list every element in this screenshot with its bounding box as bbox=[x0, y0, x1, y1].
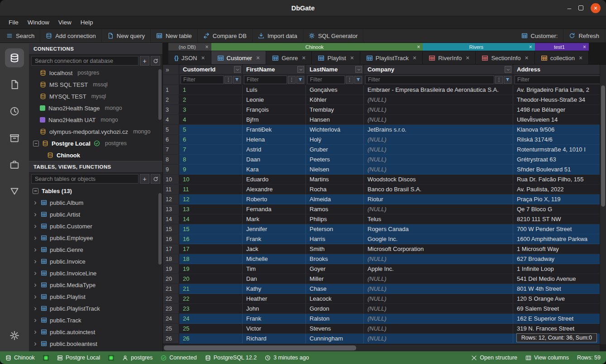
chevron-right-icon[interactable]: › bbox=[33, 234, 38, 241]
grid-cell[interactable]: (NULL) bbox=[364, 105, 513, 115]
grid-cell[interactable]: 26 bbox=[179, 334, 243, 344]
grid-cell[interactable]: Goyer bbox=[306, 264, 364, 274]
connection-nano2health-uat[interactable]: Nano2Health UAT mongo bbox=[29, 114, 162, 126]
grid-cell[interactable]: Microsoft Corporation bbox=[364, 244, 513, 254]
grid-cell[interactable]: Klanova 9/506 bbox=[513, 125, 606, 135]
chevron-right-icon[interactable]: › bbox=[33, 317, 38, 324]
grid-cell[interactable]: 1 bbox=[179, 85, 243, 95]
toolbar-refresh[interactable]: Refresh bbox=[563, 29, 605, 43]
grid-cell[interactable]: Köhler bbox=[306, 95, 364, 105]
table-item-public-playlisttrack[interactable]: › public.PlaylistTrack bbox=[29, 303, 162, 314]
grid-cell[interactable]: Gruber bbox=[306, 145, 364, 155]
grid-cell[interactable]: Gordon bbox=[306, 304, 364, 314]
column-menu-button[interactable] bbox=[234, 66, 241, 73]
grid-cell[interactable]: 1 Microsoft Way bbox=[513, 244, 606, 254]
chevron-right-icon[interactable]: › bbox=[33, 269, 38, 277]
row-number[interactable]: 19 bbox=[163, 264, 179, 274]
status-postgre-local[interactable]: Postgre Local bbox=[57, 355, 100, 361]
grid-cell[interactable]: 17 bbox=[179, 244, 243, 254]
close-button[interactable]: × bbox=[591, 3, 601, 13]
grid-cell[interactable]: 3 bbox=[179, 105, 243, 115]
status-chinook[interactable]: Chinook bbox=[5, 355, 35, 361]
grid-cell[interactable]: Brooks bbox=[306, 254, 364, 264]
toolbar-import-data[interactable]: Import data bbox=[253, 29, 303, 43]
tab-group-label-no-db[interactable]: (no DB) × bbox=[168, 43, 211, 51]
grid-cell[interactable]: Stevens bbox=[306, 324, 364, 334]
connection-ms-sql-test[interactable]: MS SQL TEST mssql bbox=[29, 79, 162, 90]
grid-cell[interactable]: (NULL) bbox=[364, 165, 513, 175]
filter-input-address[interactable] bbox=[515, 76, 603, 84]
tab-group-label-test1[interactable]: test1 × bbox=[535, 43, 589, 51]
maximize-button[interactable] bbox=[578, 5, 583, 10]
table-item-public-playlist[interactable]: › public.Playlist bbox=[29, 291, 162, 303]
connection-olympus-medportal-vychozi-cz[interactable]: olympus-medportal.vychozi.cz mongo bbox=[29, 126, 162, 137]
tables-search-input[interactable] bbox=[31, 174, 138, 184]
grid-cell[interactable]: Google Inc. bbox=[364, 234, 513, 244]
close-icon[interactable]: × bbox=[350, 54, 354, 61]
grid-cell[interactable]: Grétrystraat 63 bbox=[513, 155, 606, 165]
grid-cell[interactable]: (NULL) bbox=[364, 204, 513, 214]
grid-cell[interactable]: Tim bbox=[243, 264, 306, 274]
grid-cell[interactable]: Rotenturmstraße 4, 1010 I bbox=[513, 145, 606, 155]
grid-cell[interactable]: Helena bbox=[243, 135, 306, 145]
tab-playlisttrack[interactable]: PlaylistTrack × bbox=[360, 51, 423, 65]
grid-cell[interactable]: Bjřrn bbox=[243, 115, 306, 125]
rail-files[interactable] bbox=[5, 75, 24, 94]
tab-sectioninfo[interactable]: SectionInfo × bbox=[476, 51, 534, 65]
grid-cell[interactable]: Almeida bbox=[306, 194, 364, 204]
rail-plugins[interactable] bbox=[5, 155, 24, 174]
grid-cell[interactable]: Rilská 3174/6 bbox=[513, 135, 606, 145]
row-number[interactable]: 1 bbox=[163, 85, 179, 95]
column-menu-button[interactable] bbox=[505, 66, 511, 73]
row-number[interactable]: 12 bbox=[163, 194, 179, 204]
grid-cell[interactable]: Chase bbox=[306, 284, 364, 294]
status-view-columns[interactable]: View columns bbox=[525, 355, 569, 361]
grid-cell[interactable]: 700 W Pender Street bbox=[513, 224, 606, 234]
grid-cell[interactable]: 1600 Amphitheatre Parkwa bbox=[513, 234, 606, 244]
grid-cell[interactable]: Martins bbox=[306, 175, 364, 184]
table-item-public-invoice[interactable]: › public.Invoice bbox=[29, 255, 162, 267]
tab-genre[interactable]: Genre × bbox=[266, 51, 312, 65]
grid-cell[interactable]: Sřnder Boulevard 51 bbox=[513, 165, 606, 175]
connection-mysql-test[interactable]: MYSQL TEST mysql bbox=[29, 90, 162, 102]
grid-cell[interactable]: (NULL) bbox=[364, 95, 513, 105]
grid-cell[interactable]: Harris bbox=[306, 234, 364, 244]
tab-group-label-chinook[interactable]: Chinook × bbox=[211, 43, 423, 51]
grid-cell[interactable]: Fernanda bbox=[243, 204, 306, 214]
expand-columns-button[interactable]: » bbox=[163, 65, 179, 75]
tab-group-label-rivers[interactable]: Rivers × bbox=[423, 43, 534, 51]
grid-cell[interactable]: (NULL) bbox=[364, 155, 513, 165]
grid-cell[interactable]: 9 bbox=[179, 165, 243, 175]
grid-cell[interactable]: Luís bbox=[243, 85, 306, 95]
grid-cell[interactable]: Michelle bbox=[243, 254, 306, 264]
row-number[interactable]: 10 bbox=[163, 175, 179, 184]
toolbar-customer[interactable]: Customer: bbox=[516, 29, 564, 43]
close-icon[interactable]: × bbox=[466, 54, 469, 61]
grid-cell[interactable]: (NULL) bbox=[364, 294, 513, 304]
grid-cell[interactable]: Embraer - Empresa Brasileira de Aeronáut… bbox=[364, 85, 513, 95]
grid-cell[interactable]: Rocha bbox=[306, 184, 364, 194]
filter-input-customerid[interactable] bbox=[181, 76, 224, 84]
connections-search-input[interactable] bbox=[31, 56, 138, 66]
grid-cell[interactable]: 10 bbox=[179, 175, 243, 184]
tab-riverinfo[interactable]: RiverInfo × bbox=[423, 51, 476, 65]
grid-cell[interactable]: JetBrains s.r.o. bbox=[364, 125, 513, 135]
close-icon[interactable]: × bbox=[525, 54, 529, 61]
row-number[interactable]: 20 bbox=[163, 274, 179, 284]
grid-cell[interactable]: Mark bbox=[243, 214, 306, 224]
filter-input-lastname[interactable] bbox=[307, 76, 345, 84]
grid-cell[interactable]: Theodor-Heuss-Straße 34 bbox=[513, 95, 606, 105]
status-open-structure[interactable]: Open structure bbox=[471, 355, 517, 361]
add-connection-icon-button[interactable]: + bbox=[140, 56, 149, 66]
row-number[interactable]: 4 bbox=[163, 115, 179, 125]
grid-cell[interactable]: Qe 7 Bloco G bbox=[513, 204, 606, 214]
table-item-public-invoiceline[interactable]: › public.InvoiceLine bbox=[29, 267, 162, 279]
grid-cell[interactable]: 5 bbox=[179, 125, 243, 135]
column-header-company[interactable]: Company bbox=[364, 65, 513, 75]
toolbar-sql-generator[interactable]: SQL Generator bbox=[303, 29, 364, 43]
status-3-minutes-ago[interactable]: 3 minutes ago bbox=[265, 355, 309, 361]
tab-playlist[interactable]: Playlist × bbox=[312, 51, 360, 65]
row-number[interactable]: 3 bbox=[163, 105, 179, 115]
grid-cell[interactable]: Ralston bbox=[306, 314, 364, 324]
grid-cell[interactable]: (NULL) bbox=[364, 254, 513, 264]
